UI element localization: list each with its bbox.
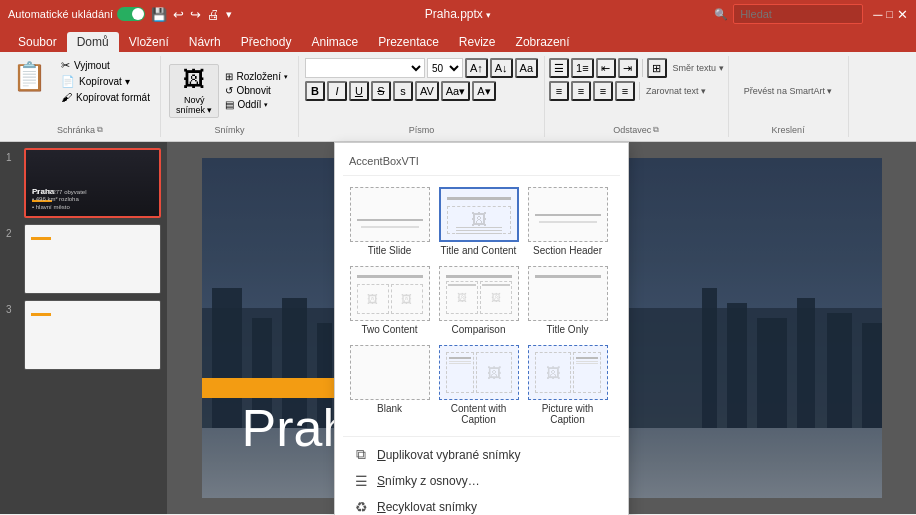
- slide-thumb-1[interactable]: 1 Praha • 1 324 277 obyvatel• 496 km² ro…: [6, 148, 161, 218]
- lt-half-left-2c: 🖼: [357, 284, 389, 314]
- duplicate-icon: ⧉: [353, 446, 369, 463]
- spacing-button[interactable]: AV: [415, 81, 439, 101]
- search-wrap[interactable]: 🔍: [714, 4, 863, 24]
- autosave-toggle[interactable]: [117, 7, 145, 21]
- shadow-button[interactable]: s: [393, 81, 413, 101]
- tab-vlozeni[interactable]: Vložení: [119, 32, 179, 52]
- slide-num-2: 2: [6, 228, 18, 239]
- slide-img-1[interactable]: Praha • 1 324 277 obyvatel• 496 km² rozl…: [24, 148, 161, 218]
- layout-label-picture-caption: Picture withCaption: [542, 403, 594, 425]
- align-left-button[interactable]: ≡: [549, 81, 569, 101]
- duplicate-slides-item[interactable]: ⧉ Duplikovat vybrané snímky: [343, 441, 620, 468]
- new-slide-button[interactable]: 🖼 Novýsnímek ▾: [169, 64, 220, 118]
- slide-thumb-3[interactable]: 3: [6, 300, 161, 370]
- undo-icon[interactable]: ↩: [173, 7, 184, 22]
- justify-button[interactable]: ≡: [615, 81, 635, 101]
- tab-zobrazeni[interactable]: Zobrazení: [506, 32, 580, 52]
- decrease-indent-button[interactable]: ⇤: [596, 58, 616, 78]
- restore-icon[interactable]: □: [886, 8, 893, 20]
- layout-comparison[interactable]: 🖼 🖼 Comparison: [436, 263, 521, 338]
- decrease-font-button[interactable]: A↓: [490, 58, 513, 78]
- search-input[interactable]: [733, 4, 863, 24]
- tab-revize[interactable]: Revize: [449, 32, 506, 52]
- bullets-button[interactable]: ☰: [549, 58, 569, 78]
- slide1-text: • 1 324 277 obyvatel• 496 km² rozloha• h…: [32, 189, 86, 212]
- layout-label-blank: Blank: [377, 403, 402, 414]
- tab-prezentace[interactable]: Prezentace: [368, 32, 449, 52]
- layout-title-content[interactable]: 🖼 Title and Content: [436, 184, 521, 259]
- clipboard-group: 📋 ✂ Vyjmout 📄 Kopírovat ▾ 🖌 Kopírovat fo…: [0, 56, 161, 137]
- tab-navrh[interactable]: Návrh: [179, 32, 231, 52]
- title-dropdown-icon[interactable]: ▾: [486, 10, 491, 20]
- recycle-slides-item[interactable]: ♻ Recyklovat snímky: [343, 494, 620, 515]
- bold-button[interactable]: B: [305, 81, 325, 101]
- numbering-button[interactable]: 1≡: [571, 58, 594, 78]
- drawing-group: Převést na SmartArt ▾ Kreslení: [729, 56, 849, 137]
- layout-two-content[interactable]: 🖼 🖼 Two Content: [347, 263, 432, 338]
- layout-thumb-title-content: 🖼: [439, 187, 519, 242]
- clear-format-button[interactable]: Aa: [515, 58, 538, 78]
- slide2-accent-bar: [31, 237, 51, 240]
- format-painter-label: Kopírovat formát: [76, 92, 150, 103]
- new-slide-label: Novýsnímek ▾: [176, 95, 213, 115]
- layout-picture-caption[interactable]: 🖼 Picture withCaption: [525, 342, 610, 428]
- clipboard-expand-icon[interactable]: ⧉: [97, 125, 103, 135]
- copy-button[interactable]: 📄 Kopírovat ▾: [57, 74, 154, 89]
- increase-indent-button[interactable]: ⇥: [618, 58, 638, 78]
- cut-button[interactable]: ✂ Vyjmout: [57, 58, 154, 73]
- layout-section-header[interactable]: Section Header: [525, 184, 610, 259]
- minimize-icon[interactable]: ─: [873, 7, 882, 22]
- recycle-label: Recyklovat snímky: [377, 500, 477, 514]
- font-color-button[interactable]: A▾: [472, 81, 495, 101]
- increase-font-button[interactable]: A↑: [465, 58, 488, 78]
- font-row2: B I U S s AV Aa▾ A▾: [305, 81, 538, 101]
- lt-caption-left-cc: [446, 352, 474, 393]
- tab-domu[interactable]: Domů: [67, 32, 119, 52]
- layout-blank[interactable]: Blank: [347, 342, 432, 428]
- slides-from-outline-item[interactable]: ☰ Snímky z osnovy…: [343, 468, 620, 494]
- font-size-select[interactable]: 50: [427, 58, 463, 78]
- align-center-button[interactable]: ≡: [571, 81, 591, 101]
- slide-img-3[interactable]: [24, 300, 161, 370]
- obnovit-button[interactable]: ↺ Obnovit: [223, 84, 289, 97]
- tab-prechody[interactable]: Přechody: [231, 32, 302, 52]
- layout-thumb-picture-caption: 🖼: [528, 345, 608, 400]
- format-painter-button[interactable]: 🖌 Kopírovat formát: [57, 90, 154, 104]
- oddil-icon: ▤: [225, 99, 234, 110]
- title-bar-left: Automatické ukládání 💾 ↩ ↪ 🖨 ▾: [8, 7, 232, 22]
- align-right-button[interactable]: ≡: [593, 81, 613, 101]
- tab-soubor[interactable]: Soubor: [8, 32, 67, 52]
- para-label-align: Zarovnat text ▾: [646, 86, 706, 96]
- new-slide-icon: 🖼: [183, 67, 205, 93]
- layout-content-caption[interactable]: 🖼 Content withCaption: [436, 342, 521, 428]
- rozlozeni-button[interactable]: ⊞ Rozložení ▾: [223, 70, 289, 83]
- layout-title-only[interactable]: Title Only: [525, 263, 610, 338]
- case-button[interactable]: Aa▾: [441, 81, 470, 101]
- slides-label: Snímky: [214, 123, 244, 135]
- slide-img-2[interactable]: [24, 224, 161, 294]
- columns-button[interactable]: ⊞: [647, 58, 667, 78]
- paste-button[interactable]: 📋: [6, 58, 53, 123]
- italic-button[interactable]: I: [327, 81, 347, 101]
- close-icon[interactable]: ✕: [897, 7, 908, 22]
- underline-button[interactable]: U: [349, 81, 369, 101]
- layout-title-slide[interactable]: Title Slide: [347, 184, 432, 259]
- tab-animace[interactable]: Animace: [301, 32, 368, 52]
- layout-label-title-only: Title Only: [547, 324, 589, 335]
- title-bar: Automatické ukládání 💾 ↩ ↪ 🖨 ▾ Praha.ppt…: [0, 0, 916, 28]
- copy-label: Kopírovat ▾: [79, 76, 130, 87]
- slide-thumb-2[interactable]: 2: [6, 224, 161, 294]
- para-expand-icon[interactable]: ⧉: [653, 125, 659, 135]
- font-family-select[interactable]: [305, 58, 425, 78]
- print-icon[interactable]: 🖨: [207, 7, 220, 22]
- oddil-button[interactable]: ▤ Oddíl ▾: [223, 98, 289, 111]
- redo-icon[interactable]: ↪: [190, 7, 201, 22]
- strikethrough-button[interactable]: S: [371, 81, 391, 101]
- customize-icon[interactable]: ▾: [226, 8, 232, 21]
- oddil-arrow: ▾: [264, 101, 268, 109]
- layout-label-comparison: Comparison: [452, 324, 506, 335]
- save-icon[interactable]: 💾: [151, 7, 167, 22]
- slide-panel: 1 Praha • 1 324 277 obyvatel• 496 km² ro…: [0, 142, 167, 514]
- copy-icon: 📄: [61, 75, 75, 88]
- dropdown-header: AccentBoxVTI: [343, 151, 620, 176]
